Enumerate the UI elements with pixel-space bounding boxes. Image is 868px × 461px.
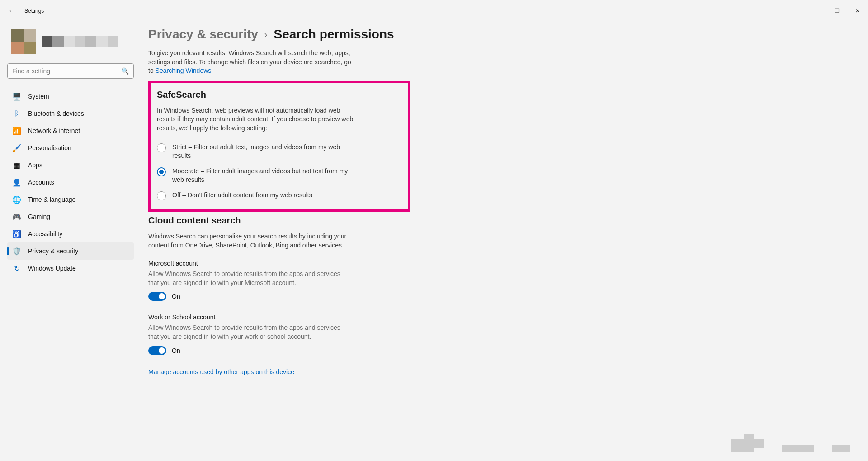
nav-label: Windows Update: [28, 265, 76, 272]
nav-system[interactable]: 🖥️System: [7, 88, 134, 105]
radio-icon[interactable]: [157, 143, 166, 152]
nav-label: Accessibility: [28, 230, 62, 238]
search-box[interactable]: 🔍: [7, 63, 134, 79]
radio-icon[interactable]: [157, 191, 166, 200]
maximize-button[interactable]: ❐: [826, 4, 847, 18]
nav-label: Accounts: [28, 179, 54, 186]
work-account-title: Work or School account: [148, 314, 868, 321]
nav-label: Personalisation: [28, 144, 71, 152]
accessibility-icon: ♿: [13, 230, 21, 238]
radio-off[interactable]: Off – Don't filter adult content from my…: [157, 191, 402, 200]
profile-block[interactable]: [7, 25, 134, 63]
cloud-desc: Windows Search can personalise your sear…: [148, 232, 352, 250]
cloud-heading: Cloud content search: [148, 215, 868, 226]
main-content: Privacy & security › Search permissions …: [137, 22, 868, 376]
nav-gaming[interactable]: 🎮Gaming: [7, 208, 134, 225]
ms-account-state: On: [172, 293, 180, 300]
nav-time[interactable]: 🌐Time & language: [7, 191, 134, 208]
radio-icon[interactable]: [157, 167, 166, 176]
nav-label: Time & language: [28, 196, 75, 203]
back-arrow-icon[interactable]: ←: [8, 7, 15, 15]
nav-accounts[interactable]: 👤Accounts: [7, 174, 134, 191]
redacted-bottom-right: [731, 439, 850, 452]
nav-label: Bluetooth & devices: [28, 110, 84, 117]
work-account-toggle-row: On: [148, 346, 868, 355]
nav-privacy[interactable]: 🛡️Privacy & security: [7, 242, 134, 260]
person-icon: 👤: [13, 178, 21, 186]
system-icon: 🖥️: [13, 92, 21, 100]
nav-accessibility[interactable]: ♿Accessibility: [7, 225, 134, 242]
safesearch-highlight: SafeSearch In Windows Search, web previe…: [148, 81, 410, 212]
bluetooth-icon: ᛒ: [13, 109, 21, 118]
nav-label: Apps: [28, 162, 42, 169]
window-title: Settings: [24, 8, 44, 14]
radio-strict[interactable]: Strict – Filter out adult text, images a…: [157, 143, 402, 161]
radio-moderate[interactable]: Moderate – Filter adult images and video…: [157, 167, 402, 185]
wifi-icon: 📶: [13, 127, 21, 135]
radio-strict-label: Strict – Filter out adult text, images a…: [172, 143, 353, 161]
minimize-button[interactable]: ―: [806, 4, 826, 18]
ms-account-toggle[interactable]: [148, 292, 166, 301]
radio-moderate-label: Moderate – Filter adult images and video…: [172, 167, 353, 185]
searching-windows-link[interactable]: Searching Windows: [156, 67, 212, 74]
nav-label: Privacy & security: [28, 247, 78, 255]
apps-icon: ▦: [13, 161, 21, 169]
globe-icon: 🌐: [13, 195, 21, 204]
close-button[interactable]: ✕: [847, 4, 868, 18]
work-account-state: On: [172, 347, 180, 354]
ms-account-desc: Allow Windows Search to provide results …: [148, 270, 343, 287]
safesearch-desc: In Windows Search, web previews will not…: [157, 106, 360, 133]
radio-off-label: Off – Don't filter adult content from my…: [172, 191, 312, 200]
nav-label: Network & internet: [28, 127, 80, 134]
shield-icon: 🛡️: [13, 247, 21, 255]
gamepad-icon: 🎮: [13, 213, 21, 221]
nav-apps[interactable]: ▦Apps: [7, 157, 134, 174]
safesearch-heading: SafeSearch: [157, 90, 402, 100]
intro-text: To give you relevant results, Windows Se…: [148, 49, 356, 76]
chevron-right-icon: ›: [264, 29, 268, 40]
nav-label: Gaming: [28, 213, 50, 220]
search-input[interactable]: [12, 67, 121, 75]
breadcrumb: Privacy & security › Search permissions: [148, 27, 868, 42]
update-icon: ↻: [13, 264, 21, 272]
search-icon: 🔍: [121, 67, 129, 75]
nav-personalisation[interactable]: 🖌️Personalisation: [7, 139, 134, 157]
avatar: [11, 29, 36, 54]
ms-account-toggle-row: On: [148, 292, 868, 301]
nav-update[interactable]: ↻Windows Update: [7, 260, 134, 277]
breadcrumb-current: Search permissions: [274, 27, 394, 42]
nav-network[interactable]: 📶Network & internet: [7, 122, 134, 139]
nav-label: System: [28, 93, 49, 100]
sidebar: 🔍 🖥️System ᛒBluetooth & devices 📶Network…: [4, 22, 137, 376]
redacted-user-info: [42, 36, 118, 47]
manage-accounts-link[interactable]: Manage accounts used by other apps on th…: [148, 368, 294, 375]
titlebar: ← Settings ― ❐ ✕: [0, 0, 868, 22]
work-account-toggle[interactable]: [148, 346, 166, 355]
window-controls: ― ❐ ✕: [806, 4, 868, 18]
breadcrumb-parent[interactable]: Privacy & security: [148, 27, 258, 42]
brush-icon: 🖌️: [13, 144, 21, 152]
nav-bluetooth[interactable]: ᛒBluetooth & devices: [7, 105, 134, 122]
work-account-desc: Allow Windows Search to provide results …: [148, 323, 343, 341]
ms-account-title: Microsoft account: [148, 260, 868, 267]
